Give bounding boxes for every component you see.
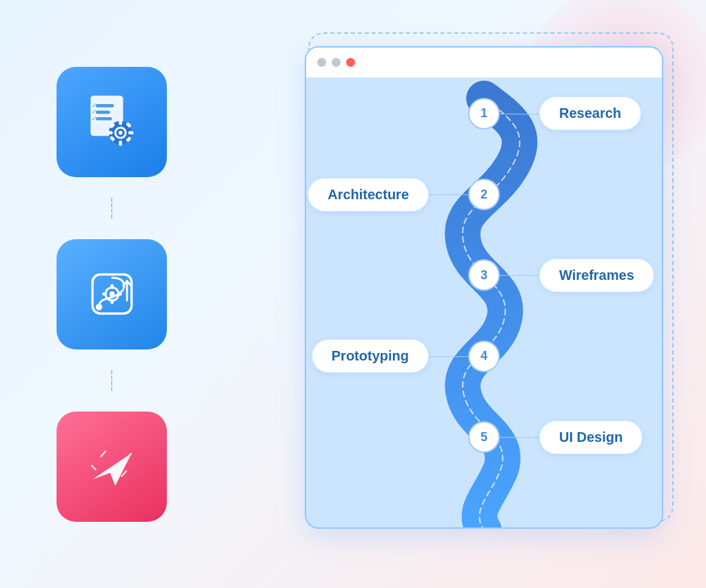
process-flow-icon-box — [57, 239, 167, 349]
icons-column: ✓ ✓ ✓ — [57, 67, 167, 522]
process-flow-icon — [83, 265, 141, 323]
step-4-label: Prototyping — [312, 339, 429, 373]
checklist-settings-icon-box: ✓ ✓ ✓ — [57, 67, 167, 177]
svg-rect-22 — [110, 284, 114, 289]
svg-point-9 — [118, 131, 122, 135]
step-4-circle: 4 — [468, 341, 500, 372]
browser-window: 1 Research 2 Architecture 3 — [305, 46, 663, 529]
svg-text:✓: ✓ — [92, 108, 97, 115]
step-5-circle: 5 — [468, 421, 500, 453]
dot-3 — [346, 58, 355, 67]
step-1-circle: 1 — [468, 98, 500, 130]
send-icon-box — [57, 412, 167, 522]
svg-rect-11 — [119, 141, 122, 146]
svg-rect-1 — [95, 104, 113, 108]
checklist-settings-icon: ✓ ✓ ✓ — [83, 92, 141, 151]
connector-dashed-1 — [111, 198, 112, 219]
svg-rect-12 — [107, 131, 112, 134]
svg-line-27 — [121, 471, 126, 476]
svg-line-26 — [101, 452, 105, 457]
svg-line-28 — [92, 466, 96, 470]
step-2-circle: 2 — [468, 179, 500, 210]
svg-point-19 — [95, 304, 101, 310]
browser-content: 1 Research 2 Architecture 3 — [306, 78, 662, 527]
step-2-label: Architecture — [307, 178, 429, 212]
svg-rect-2 — [95, 110, 110, 114]
svg-rect-13 — [128, 131, 134, 134]
step-3-label: Wireframes — [539, 258, 654, 292]
steps-container: 1 Research 2 Architecture 3 — [306, 78, 662, 527]
svg-rect-10 — [119, 120, 122, 125]
svg-text:✓: ✓ — [92, 115, 97, 122]
svg-rect-23 — [110, 299, 114, 304]
step-5-label: UI Design — [539, 420, 643, 454]
browser-titlebar — [306, 48, 662, 78]
connector-dashed-2 — [111, 370, 112, 391]
svg-point-21 — [109, 292, 114, 297]
main-container: ✓ ✓ ✓ — [43, 26, 663, 563]
svg-text:✓: ✓ — [92, 102, 97, 109]
step-1-label: Research — [539, 97, 641, 130]
svg-rect-3 — [95, 117, 112, 121]
step-3-circle: 3 — [468, 259, 500, 291]
dot-2 — [332, 58, 341, 67]
send-icon — [83, 437, 141, 496]
svg-rect-24 — [102, 292, 107, 296]
svg-rect-25 — [117, 292, 122, 296]
dot-1 — [317, 58, 326, 67]
